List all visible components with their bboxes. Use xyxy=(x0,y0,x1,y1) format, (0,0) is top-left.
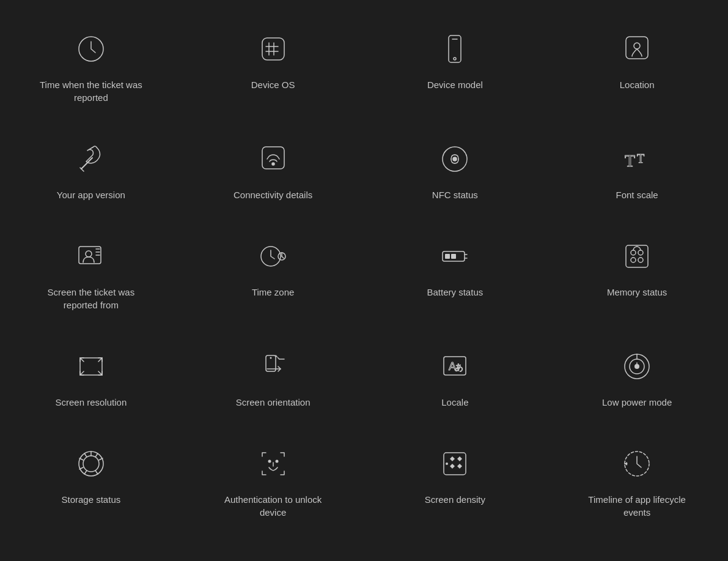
app-version-label: Your app version xyxy=(57,188,125,201)
time-reported-label: Time when the ticket was reported xyxy=(30,78,152,104)
timezone-icon xyxy=(255,238,292,275)
svg-point-65 xyxy=(446,463,448,465)
item-time-reported: Time when the ticket was reported xyxy=(0,12,182,122)
wrench-icon xyxy=(73,141,109,177)
clock-icon xyxy=(73,31,109,67)
item-battery: Battery status xyxy=(364,220,546,330)
lifecycle-icon xyxy=(619,445,655,482)
item-device-model: Device model xyxy=(364,12,546,122)
screen-reported-label: Screen the ticket was reported from xyxy=(30,286,152,311)
lifecycle-label: Timeline of app lifecycle events xyxy=(576,493,698,519)
item-device-os: Device OS xyxy=(182,12,364,122)
battery-label: Battery status xyxy=(427,286,483,299)
svg-point-63 xyxy=(275,460,278,463)
memory-label: Memory status xyxy=(607,286,667,299)
item-screen-orientation: Screen orientation xyxy=(182,330,364,427)
item-locale: A あ Locale xyxy=(364,330,546,427)
device-model-label: Device model xyxy=(427,78,483,91)
item-authentication: Authentication to unlock device xyxy=(182,427,364,537)
item-nfc: NFC status xyxy=(364,122,546,220)
svg-line-57 xyxy=(95,470,98,474)
connectivity-label: Connectivity details xyxy=(233,188,312,201)
item-low-power: Low power mode xyxy=(546,330,728,427)
svg-rect-33 xyxy=(626,245,648,267)
svg-rect-38 xyxy=(80,358,102,375)
density-icon xyxy=(436,445,473,482)
item-memory: Memory status xyxy=(546,220,728,330)
timezone-label: Time zone xyxy=(252,286,294,299)
item-crash-report: Crash report stack trace xyxy=(182,537,364,561)
svg-point-35 xyxy=(638,250,643,255)
item-time-zone: Time zone xyxy=(182,220,364,330)
face-id-icon xyxy=(255,445,292,482)
hash-icon xyxy=(255,31,292,67)
svg-point-37 xyxy=(638,258,643,262)
location-icon xyxy=(619,31,655,67)
item-screen-density: Screen density xyxy=(364,427,546,537)
svg-rect-1 xyxy=(262,38,284,60)
svg-line-61 xyxy=(84,453,87,457)
orientation-label: Screen orientation xyxy=(236,396,311,409)
console-logs-icon xyxy=(73,555,109,561)
features-grid: Time when the ticket was reported Device… xyxy=(0,0,728,561)
svg-point-53 xyxy=(83,456,99,472)
wifi-icon xyxy=(255,141,292,177)
svg-point-34 xyxy=(631,250,636,255)
item-screen-reported: Screen the ticket was reported from xyxy=(0,220,182,330)
svg-point-16 xyxy=(453,157,457,161)
storage-icon xyxy=(73,445,109,482)
svg-line-27 xyxy=(282,256,284,258)
svg-point-8 xyxy=(454,58,456,60)
resolution-label: Screen resolution xyxy=(56,396,127,409)
device-os-label: Device OS xyxy=(251,78,295,91)
locale-icon: A あ xyxy=(436,348,473,385)
svg-line-58 xyxy=(84,470,87,474)
svg-rect-32 xyxy=(451,254,456,259)
item-font-scale: T T Font scale xyxy=(546,122,728,220)
item-screen-resolution: Screen resolution xyxy=(0,330,182,427)
permissions-icon xyxy=(436,555,473,561)
memory-icon xyxy=(619,238,655,275)
crash-report-icon xyxy=(255,555,292,561)
svg-text:T: T xyxy=(625,151,635,170)
svg-line-42 xyxy=(276,355,279,359)
font-scale-label: Font scale xyxy=(616,188,658,201)
orientation-icon xyxy=(255,348,292,385)
svg-point-10 xyxy=(634,43,640,49)
storage-label: Storage status xyxy=(62,493,121,506)
item-storage: Storage status xyxy=(0,427,182,537)
font-scale-icon: T T xyxy=(619,141,655,177)
screen-user-icon xyxy=(73,238,109,275)
svg-rect-9 xyxy=(626,37,648,59)
svg-point-20 xyxy=(86,251,92,257)
svg-point-14 xyxy=(272,163,274,165)
svg-rect-31 xyxy=(445,254,450,259)
svg-text:あ: あ xyxy=(455,362,463,372)
item-console-logs: Timeline of console logs xyxy=(0,537,182,561)
svg-point-41 xyxy=(270,357,271,359)
resolution-icon xyxy=(73,348,109,385)
location-label: Location xyxy=(620,78,655,91)
item-location: Location xyxy=(546,12,728,122)
density-label: Screen density xyxy=(425,493,485,506)
low-power-icon xyxy=(619,348,655,385)
nfc-label: NFC status xyxy=(432,188,478,201)
nfc-icon xyxy=(436,141,473,177)
svg-point-62 xyxy=(268,460,271,463)
item-app-lifecycle: Timeline of app lifecycle events xyxy=(546,427,728,537)
low-power-label: Low power mode xyxy=(602,396,672,409)
battery-icon xyxy=(436,238,473,275)
item-connectivity: Connectivity details xyxy=(182,122,364,220)
phone-icon xyxy=(436,31,473,67)
item-dangerous-permissions: Granted dangerous permissions1 xyxy=(364,537,546,561)
authentication-label: Authentication to unlock device xyxy=(212,493,334,519)
svg-text:T: T xyxy=(637,152,644,165)
locale-label: Locale xyxy=(441,396,468,409)
svg-point-36 xyxy=(631,258,636,262)
svg-point-50 xyxy=(634,364,639,369)
svg-line-55 xyxy=(95,453,98,457)
item-app-version: Your app version xyxy=(0,122,182,220)
